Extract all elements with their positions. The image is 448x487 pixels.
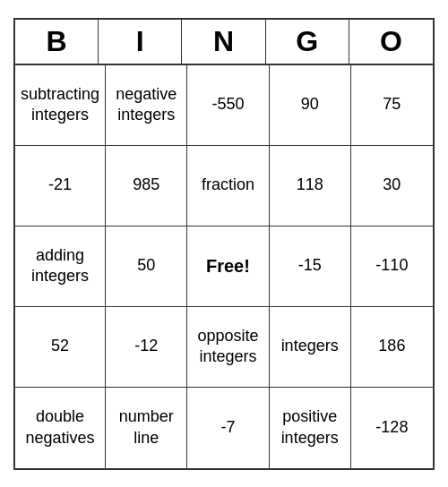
bingo-cell-r3c2: opposite integers: [187, 307, 269, 388]
bingo-card: BINGO subtracting integersnegative integ…: [13, 18, 435, 470]
bingo-cell-r2c4: -110: [351, 226, 433, 307]
bingo-cell-r3c0: 52: [15, 307, 106, 388]
cell-text: 52: [51, 336, 69, 356]
bingo-cell-r2c1: 50: [106, 226, 187, 307]
bingo-cell-r1c4: 30: [351, 146, 433, 226]
cell-text: 75: [383, 94, 401, 115]
bingo-cell-r0c2: -550: [187, 65, 269, 146]
bingo-cell-r4c2: -7: [187, 388, 269, 468]
header-letter: N: [182, 20, 265, 64]
bingo-cell-r4c1: number line: [106, 388, 187, 468]
bingo-cell-r1c2: fraction: [187, 146, 269, 226]
cell-text: Free!: [206, 254, 250, 278]
bingo-cell-r2c0: adding integers: [15, 226, 106, 307]
cell-text: fraction: [202, 175, 254, 195]
bingo-cell-r1c1: 985: [106, 146, 187, 226]
bingo-cell-r3c4: 186: [351, 307, 433, 388]
bingo-header: BINGO: [15, 20, 433, 65]
bingo-cell-r0c4: 75: [351, 65, 433, 146]
bingo-cell-r4c0: double negatives: [15, 388, 106, 468]
cell-text: negative integers: [111, 84, 181, 126]
bingo-cell-r1c0: -21: [15, 146, 106, 226]
bingo-cell-r0c1: negative integers: [106, 65, 187, 146]
bingo-cell-r4c3: positive integers: [270, 388, 351, 468]
cell-text: subtracting integers: [21, 84, 99, 126]
cell-text: double negatives: [21, 406, 99, 449]
cell-text: 50: [137, 255, 155, 276]
header-letter: I: [99, 20, 182, 64]
bingo-cell-r2c2: Free!: [187, 226, 269, 307]
cell-text: positive integers: [275, 406, 345, 449]
header-letter: B: [15, 20, 99, 64]
cell-text: integers: [281, 336, 339, 356]
bingo-cell-r4c4: -128: [351, 388, 433, 468]
cell-text: -7: [220, 417, 235, 438]
bingo-cell-r3c1: -12: [106, 307, 187, 388]
cell-text: number line: [111, 406, 181, 449]
cell-text: -128: [375, 417, 408, 438]
cell-text: 186: [378, 336, 405, 356]
bingo-cell-r2c3: -15: [270, 226, 351, 307]
bingo-cell-r0c0: subtracting integers: [15, 65, 106, 146]
bingo-cell-r0c3: 90: [270, 65, 351, 146]
bingo-cell-r3c3: integers: [270, 307, 351, 388]
header-letter: G: [266, 20, 349, 64]
cell-text: -12: [134, 336, 158, 356]
cell-text: adding integers: [21, 245, 99, 287]
bingo-grid: subtracting integersnegative integers-55…: [15, 65, 433, 468]
cell-text: -110: [375, 255, 408, 276]
bingo-cell-r1c3: 118: [270, 146, 351, 226]
cell-text: 985: [133, 175, 159, 195]
cell-text: -15: [298, 255, 322, 276]
cell-text: 90: [301, 94, 319, 115]
cell-text: -21: [48, 175, 72, 195]
cell-text: 30: [383, 175, 401, 195]
cell-text: opposite integers: [193, 326, 263, 368]
cell-text: 118: [297, 175, 323, 195]
cell-text: -550: [211, 94, 244, 115]
header-letter: O: [349, 20, 433, 64]
